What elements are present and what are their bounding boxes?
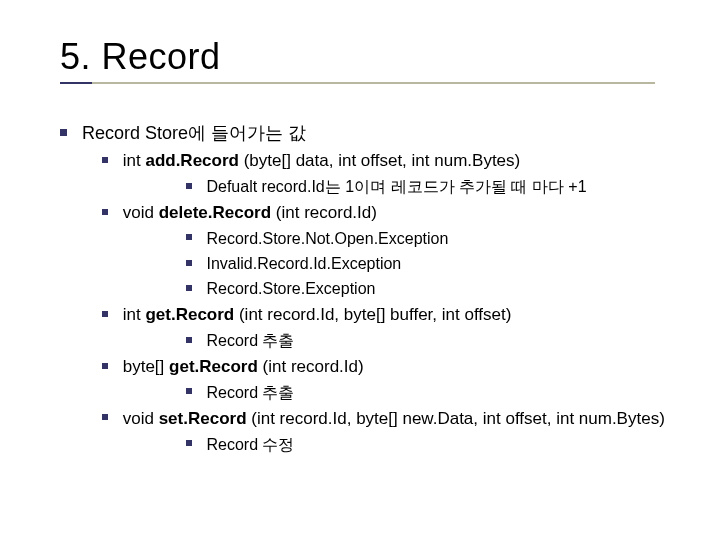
- list-text: Record Store에 들어가는 값: [82, 123, 306, 143]
- method-signature: int get.Record (int record.Id, byte[] bu…: [123, 306, 512, 325]
- method-signature: void delete.Record (int record.Id): [123, 203, 377, 222]
- list-item: Invalid.Record.Id.Exception: [186, 252, 672, 277]
- sig-post: (int record.Id, byte[] buffer, int offse…: [234, 306, 511, 325]
- list-item: Record 추출: [186, 381, 672, 406]
- list-text: Defualt record.Id는 1이며 레코드가 추가될 때 마다 +1: [206, 178, 586, 195]
- bullet-icon: [102, 157, 108, 163]
- list-text: Record 추출: [206, 384, 294, 401]
- list-item: Defualt record.Id는 1이며 레코드가 추가될 때 마다 +1: [186, 175, 672, 200]
- bullet-icon: [186, 183, 192, 189]
- sig-pre: byte[]: [123, 357, 169, 376]
- sig-pre: void: [123, 409, 159, 428]
- underline-rest: [92, 82, 655, 84]
- method-name: set.Record: [159, 409, 247, 428]
- method-signature: int add.Record (byte[] data, int offset,…: [123, 152, 520, 171]
- underline-accent: [60, 82, 92, 84]
- list-item: Record.Store.Exception: [186, 277, 672, 302]
- bullet-icon: [186, 285, 192, 291]
- list-item: Record.Store.Not.Open.Exception: [186, 227, 672, 252]
- sig-post: (int record.Id): [258, 357, 364, 376]
- bullet-icon: [186, 388, 192, 394]
- list-text: Record.Store.Exception: [206, 280, 375, 297]
- sig-pre: int: [123, 306, 146, 325]
- sig-post: (int record.Id): [271, 203, 377, 222]
- method-name: delete.Record: [159, 203, 271, 222]
- method-signature: void set.Record (int record.Id, byte[] n…: [123, 409, 665, 428]
- list-item: int add.Record (byte[] data, int offset,…: [102, 148, 672, 200]
- slide: 5. Record Record Store에 들어가는 값 int add.R…: [0, 0, 720, 540]
- list-item: byte[] get.Record (int record.Id) Record…: [102, 354, 672, 406]
- sig-post: (byte[] data, int offset, int num.Bytes): [239, 152, 520, 171]
- method-name: get.Record: [145, 306, 234, 325]
- page-title: 5. Record: [60, 36, 672, 78]
- list-item: Record Store에 들어가는 값 int add.Record (byt…: [60, 120, 672, 458]
- bullet-icon: [102, 414, 108, 420]
- list-item: int get.Record (int record.Id, byte[] bu…: [102, 302, 672, 354]
- list-text: Invalid.Record.Id.Exception: [206, 255, 401, 272]
- bullet-icon: [186, 260, 192, 266]
- bullet-icon: [102, 363, 108, 369]
- list-text: Record.Store.Not.Open.Exception: [206, 230, 448, 247]
- sig-pre: void: [123, 203, 159, 222]
- bullet-icon: [102, 311, 108, 317]
- list-text: Record 수정: [206, 436, 294, 453]
- list-text: Record 추출: [206, 332, 294, 349]
- title-underline: [60, 82, 655, 84]
- sig-post: (int record.Id, byte[] new.Data, int off…: [247, 409, 665, 428]
- list-item: Record 수정: [186, 433, 672, 458]
- list-item: void set.Record (int record.Id, byte[] n…: [102, 406, 672, 458]
- sig-pre: int: [123, 152, 146, 171]
- bullet-icon: [186, 440, 192, 446]
- bullet-icon: [60, 129, 67, 136]
- bullet-icon: [186, 337, 192, 343]
- bullet-icon: [102, 209, 108, 215]
- list-item: void delete.Record (int record.Id) Recor…: [102, 200, 672, 302]
- method-signature: byte[] get.Record (int record.Id): [123, 357, 364, 376]
- method-name: add.Record: [145, 152, 239, 171]
- bullet-icon: [186, 234, 192, 240]
- content-list: Record Store에 들어가는 값 int add.Record (byt…: [60, 120, 672, 458]
- method-name: get.Record: [169, 357, 258, 376]
- list-item: Record 추출: [186, 329, 672, 354]
